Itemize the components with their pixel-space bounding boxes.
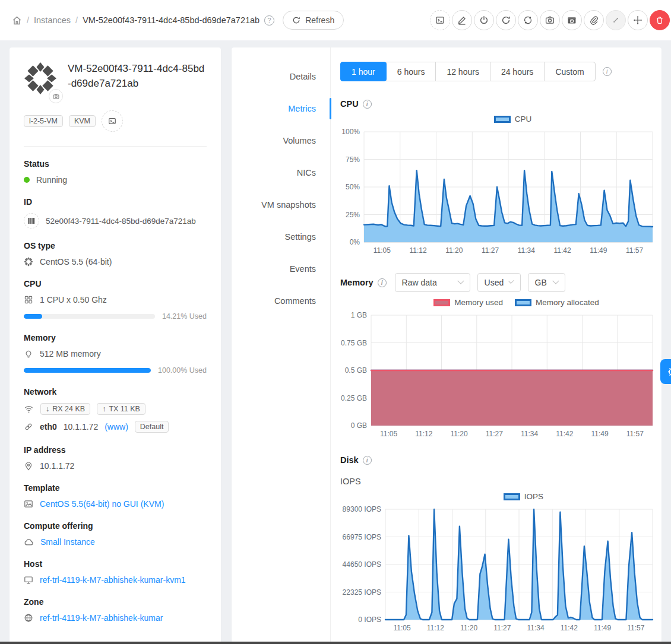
console-quick-button[interactable] <box>102 110 123 132</box>
host-link[interactable]: ref-trl-4119-k-M7-abhishek-kumar-kvm1 <box>40 575 186 585</box>
field-ip: IP address 10.1.1.72 <box>24 445 207 471</box>
range-1-hour[interactable]: 1 hour <box>340 62 387 81</box>
template-picture-icon <box>24 499 33 509</box>
refresh-button[interactable]: Refresh <box>283 11 344 30</box>
cpu-info-icon[interactable] <box>363 100 372 109</box>
memory-data-mode-select[interactable]: Raw data <box>395 273 470 292</box>
time-range-info-icon[interactable] <box>603 67 612 76</box>
breadcrumb-instances-link[interactable]: Instances <box>34 15 71 25</box>
field-compute-offering: Compute offering Small Instance <box>24 521 207 547</box>
chevron-down-icon <box>552 278 559 284</box>
up-arrow-icon: ↑ <box>102 405 106 413</box>
tab-events[interactable]: Events <box>232 253 330 285</box>
breadcrumb-current-vm: VM-52e00f43-7911-4dc4-85bd-d69de7a721ab <box>83 15 259 25</box>
help-icon[interactable] <box>264 15 274 26</box>
svg-text:11:20: 11:20 <box>451 430 468 438</box>
time-range-control: 1 hour 6 hours 12 hours 24 hours Custom <box>340 62 661 81</box>
reinstall-sync-icon <box>523 15 533 25</box>
legend-label: IOPS <box>524 492 543 501</box>
svg-text:89300 IOPS: 89300 IOPS <box>343 505 381 513</box>
zone-link[interactable]: ref-trl-4119-k-M7-abhishek-kumar <box>40 613 163 623</box>
memory-unit-select[interactable]: GB <box>528 273 565 292</box>
svg-text:11:42: 11:42 <box>554 246 571 255</box>
cpu-section-title: CPU <box>340 99 359 109</box>
legend-swatch-icon <box>515 299 531 306</box>
project-settings-fab[interactable] <box>660 359 671 384</box>
tab-settings[interactable]: Settings <box>232 221 330 253</box>
migrate-vm-button[interactable] <box>628 10 648 30</box>
tab-nics[interactable]: NICs <box>232 157 330 189</box>
iops-chart: 0 IOPS22325 IOPS44650 IOPS66975 IOPS8930… <box>340 505 661 635</box>
tab-details[interactable]: Details <box>232 61 330 93</box>
nic-ip: 10.1.1.72 <box>64 422 98 432</box>
tab-comments[interactable]: Comments <box>232 285 330 317</box>
svg-text:1 GB: 1 GB <box>351 311 367 319</box>
legend-item[interactable]: CPU <box>494 115 532 123</box>
disk-section: Disk IOPS IOPS 0 IOPS22325 IOPS44650 IOP… <box>340 455 661 635</box>
memory-section: Memory Raw data Used GB <box>340 273 661 441</box>
memory-used-label: 100.00% Used <box>158 366 207 375</box>
iops-subtitle: IOPS <box>340 477 661 486</box>
legend-item[interactable]: Memory used <box>433 298 503 307</box>
range-12-hours[interactable]: 12 hours <box>435 62 490 81</box>
legend-swatch-icon <box>504 493 520 500</box>
centos-os-icon <box>24 257 33 267</box>
memory-section-title: Memory <box>340 278 374 287</box>
memory-info-icon[interactable] <box>378 278 387 287</box>
attach-iso-paperclip-icon <box>589 15 599 25</box>
range-24-hours[interactable]: 24 hours <box>490 62 545 81</box>
reinstall-vm-button[interactable] <box>518 10 538 30</box>
recurring-snapshot-button[interactable] <box>562 10 582 30</box>
tab-metrics[interactable]: Metrics <box>232 93 330 125</box>
legend-label: Memory allocated <box>536 298 599 307</box>
network-name-link[interactable]: (www) <box>105 422 128 432</box>
disk-info-icon[interactable] <box>363 456 372 465</box>
reboot-icon <box>501 15 511 25</box>
camera-snapshot-icon <box>545 15 555 25</box>
svg-text:11:57: 11:57 <box>627 624 644 632</box>
memory-chart-legend: Memory usedMemory allocated <box>340 298 661 307</box>
memory-metric-select[interactable]: Used <box>477 273 521 292</box>
change-icon-camera-badge[interactable] <box>49 89 63 103</box>
svg-text:11:57: 11:57 <box>626 246 643 255</box>
os-type-value: CentOS 5.5 (64-bit) <box>40 257 112 267</box>
legend-item[interactable]: Memory allocated <box>515 298 599 307</box>
legend-item[interactable]: IOPS <box>504 492 543 501</box>
recurring-snapshot-icon <box>567 15 577 25</box>
power-stop-icon <box>479 15 489 25</box>
compute-offering-link[interactable]: Small Instance <box>40 537 95 547</box>
iops-chart-legend: IOPS <box>340 492 661 501</box>
svg-text:11:05: 11:05 <box>394 624 411 632</box>
take-snapshot-button[interactable] <box>540 10 560 30</box>
svg-text:11:27: 11:27 <box>493 624 511 632</box>
reboot-vm-button[interactable] <box>496 10 516 30</box>
scale-diagonal-arrows-icon <box>611 15 621 25</box>
svg-text:66975 IOPS: 66975 IOPS <box>343 533 381 541</box>
field-zone: Zone ref-trl-4119-k-M7-abhishek-kumar <box>24 597 207 623</box>
divider <box>24 146 207 147</box>
home-icon[interactable] <box>12 15 22 26</box>
tab-volumes[interactable]: Volumes <box>232 125 330 157</box>
stop-vm-button[interactable] <box>474 10 494 30</box>
detail-tabs: Details Metrics Volumes NICs VM snapshot… <box>232 47 331 644</box>
range-6-hours[interactable]: 6 hours <box>386 62 436 81</box>
field-id: ID 52e00f43-7911-4dc4-85bd-d69de7a721ab <box>24 197 207 229</box>
console-button[interactable] <box>430 10 450 30</box>
svg-text:0.25 GB: 0.25 GB <box>341 394 367 402</box>
tab-vm-snapshots[interactable]: VM snapshots <box>232 189 330 221</box>
svg-text:11:05: 11:05 <box>374 246 391 255</box>
edit-button[interactable] <box>452 10 472 30</box>
range-custom[interactable]: Custom <box>544 62 595 81</box>
svg-text:44650 IOPS: 44650 IOPS <box>343 560 381 569</box>
default-nic-tag: Default <box>135 421 169 433</box>
cpu-chart: 0%25%50%75%100%11:0511:1211:2011:2711:34… <box>340 127 661 258</box>
scale-vm-button[interactable] <box>606 10 626 30</box>
migrate-move-icon <box>633 15 642 25</box>
content-area: VM-52e00f43-7911-4dc4-85bd-d69de7a721ab … <box>0 40 671 644</box>
edit-pencil-icon <box>457 15 467 25</box>
destroy-vm-button[interactable] <box>650 10 670 30</box>
vm-internal-name-tag: i-2-5-VM <box>24 115 63 127</box>
attach-iso-button[interactable] <box>584 10 604 30</box>
nic-name: eth0 <box>40 422 57 432</box>
template-link[interactable]: CentOS 5.5(64-bit) no GUI (KVM) <box>40 499 164 509</box>
